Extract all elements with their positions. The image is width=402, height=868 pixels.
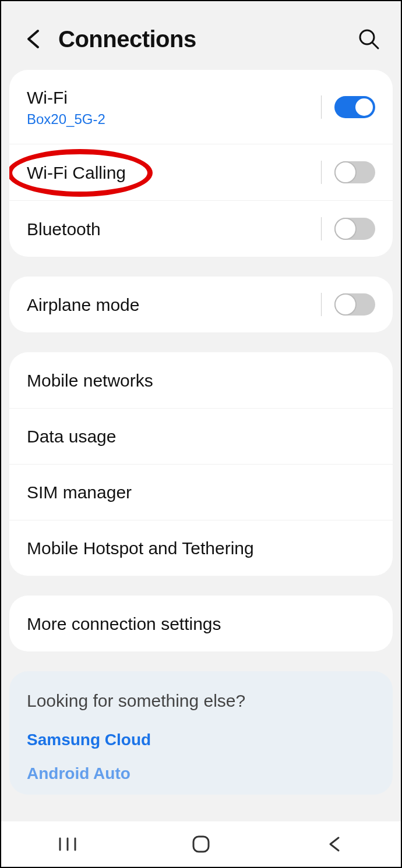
row-label: Wi-Fi bbox=[27, 86, 321, 109]
row-label: Airplane mode bbox=[27, 293, 321, 316]
row-label: Bluetooth bbox=[27, 218, 321, 240]
row-label: Data usage bbox=[27, 425, 375, 448]
row-sim-manager[interactable]: SIM manager bbox=[9, 464, 393, 520]
airplane-toggle[interactable] bbox=[334, 293, 375, 316]
svg-line-1 bbox=[372, 42, 378, 48]
wifi-calling-toggle[interactable] bbox=[334, 161, 375, 183]
settings-group-network: Mobile networks Data usage SIM manager M… bbox=[9, 352, 393, 576]
header: Connections bbox=[1, 1, 401, 70]
row-subtitle: Box20_5G-2 bbox=[27, 111, 321, 127]
divider bbox=[321, 217, 322, 240]
suggestion-link-samsung-cloud[interactable]: Samsung Cloud bbox=[27, 731, 375, 749]
row-label: Wi-Fi Calling bbox=[27, 161, 321, 184]
divider bbox=[321, 161, 322, 184]
page-title: Connections bbox=[58, 26, 354, 52]
row-more-connection-settings[interactable]: More connection settings bbox=[9, 596, 393, 651]
row-label: Mobile networks bbox=[27, 369, 375, 392]
back-button[interactable] bbox=[19, 24, 48, 54]
row-wifi-calling[interactable]: Wi-Fi Calling bbox=[9, 144, 393, 200]
row-hotspot-tethering[interactable]: Mobile Hotspot and Tethering bbox=[9, 520, 393, 576]
chevron-left-icon bbox=[327, 835, 341, 853]
recents-icon bbox=[58, 836, 77, 852]
divider bbox=[321, 95, 322, 119]
wifi-toggle[interactable] bbox=[334, 96, 375, 118]
row-label: SIM manager bbox=[27, 481, 375, 504]
suggestions-title: Looking for something else? bbox=[27, 691, 375, 711]
row-label: More connection settings bbox=[27, 612, 375, 635]
settings-group-connections: Wi-Fi Box20_5G-2 Wi-Fi Calling Bluetooth bbox=[9, 70, 393, 257]
divider bbox=[321, 293, 322, 316]
row-bluetooth[interactable]: Bluetooth bbox=[9, 200, 393, 257]
row-data-usage[interactable]: Data usage bbox=[9, 408, 393, 464]
nav-recents-button[interactable] bbox=[50, 827, 85, 862]
settings-group-more: More connection settings bbox=[9, 596, 393, 651]
settings-content: Wi-Fi Box20_5G-2 Wi-Fi Calling Bluetooth bbox=[1, 70, 401, 795]
suggestions-card: Looking for something else? Samsung Clou… bbox=[9, 671, 393, 795]
row-mobile-networks[interactable]: Mobile networks bbox=[9, 352, 393, 408]
android-navbar bbox=[1, 821, 401, 867]
nav-back-button[interactable] bbox=[317, 827, 352, 862]
svg-rect-5 bbox=[193, 837, 209, 852]
row-airplane-mode[interactable]: Airplane mode bbox=[9, 277, 393, 332]
search-icon bbox=[357, 27, 380, 51]
suggestion-link-android-auto[interactable]: Android Auto bbox=[27, 764, 375, 783]
row-wifi[interactable]: Wi-Fi Box20_5G-2 bbox=[9, 70, 393, 144]
search-button[interactable] bbox=[354, 24, 383, 54]
settings-group-airplane: Airplane mode bbox=[9, 277, 393, 332]
bluetooth-toggle[interactable] bbox=[334, 218, 375, 240]
chevron-left-icon bbox=[25, 29, 41, 49]
row-label: Mobile Hotspot and Tethering bbox=[27, 537, 375, 559]
nav-home-button[interactable] bbox=[184, 827, 218, 862]
home-icon bbox=[191, 834, 211, 854]
